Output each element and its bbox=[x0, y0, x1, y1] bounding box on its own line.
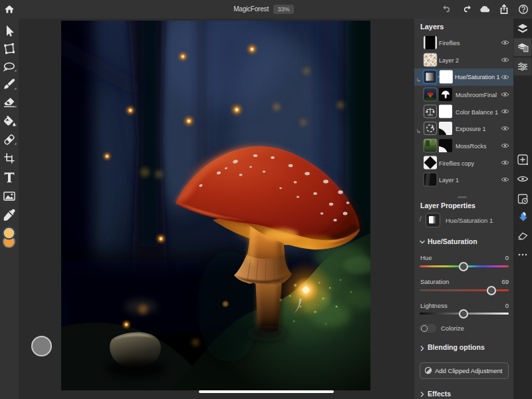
svg-text:Fireflies: Fireflies bbox=[439, 40, 460, 47]
svg-text:Hue/Saturation 1: Hue/Saturation 1 bbox=[455, 74, 500, 80]
svg-text:Exposure 1: Exposure 1 bbox=[456, 126, 486, 132]
svg-text:Fireflies copy: Fireflies copy bbox=[439, 160, 475, 167]
svg-text:Color Balance 1: Color Balance 1 bbox=[456, 109, 498, 116]
svg-text:MushroomFinal: MushroomFinal bbox=[456, 92, 497, 98]
svg-text:Layer 1: Layer 1 bbox=[439, 177, 459, 184]
svg-text:Layer 2: Layer 2 bbox=[439, 57, 459, 64]
svg-text:MossRocks: MossRocks bbox=[456, 143, 487, 150]
